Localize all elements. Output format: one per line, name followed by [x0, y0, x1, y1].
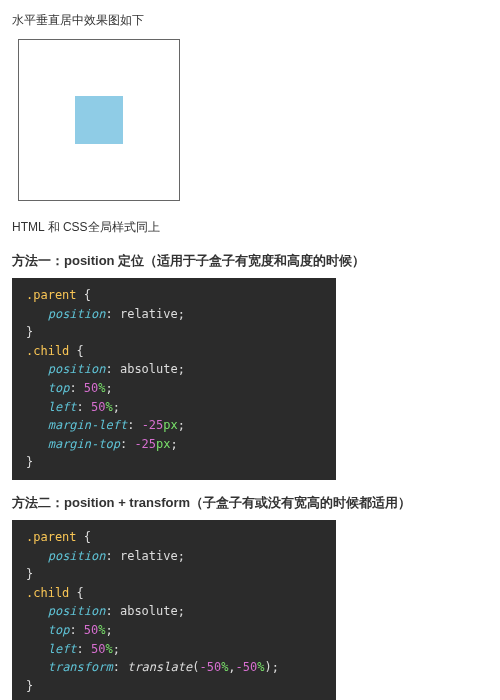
- css-prop: left: [48, 400, 77, 414]
- selector: .parent: [26, 288, 77, 302]
- colon: :: [105, 307, 119, 321]
- css-prop: position: [48, 307, 106, 321]
- css-num: 50: [84, 381, 98, 395]
- css-prop: position: [48, 362, 106, 376]
- css-prop: position: [48, 604, 106, 618]
- code-block: .parent { position: relative; } .child {…: [12, 278, 336, 480]
- css-num: -25: [134, 437, 156, 451]
- selector: .child: [26, 344, 69, 358]
- colon: :: [77, 642, 91, 656]
- css-val: relative: [120, 307, 178, 321]
- selector: .parent: [26, 530, 77, 544]
- css-prop: left: [48, 642, 77, 656]
- css-prop: top: [48, 381, 70, 395]
- code-block: .parent { position: relative; } .child {…: [12, 520, 336, 700]
- semi: ;: [178, 604, 185, 618]
- css-val: absolute: [120, 362, 178, 376]
- brace: {: [69, 586, 83, 600]
- css-unit: %: [98, 381, 105, 395]
- colon: :: [69, 381, 83, 395]
- subnote-text: HTML 和 CSS全局样式同上: [12, 219, 488, 236]
- brace: }: [26, 455, 33, 469]
- semi: ;: [272, 660, 279, 674]
- css-prop: transform: [48, 660, 113, 674]
- css-val: relative: [120, 549, 178, 563]
- css-unit: %: [257, 660, 264, 674]
- brace: }: [26, 679, 33, 693]
- semi: ;: [178, 362, 185, 376]
- demo-parent-box: [18, 39, 180, 201]
- css-num: -50: [236, 660, 258, 674]
- brace: }: [26, 325, 33, 339]
- semi: ;: [171, 437, 178, 451]
- colon: :: [113, 660, 127, 674]
- colon: :: [105, 549, 119, 563]
- semi: ;: [178, 549, 185, 563]
- selector: .child: [26, 586, 69, 600]
- css-unit: %: [98, 623, 105, 637]
- css-num: 50: [91, 400, 105, 414]
- css-num: 50: [84, 623, 98, 637]
- css-prop: margin-top: [48, 437, 120, 451]
- css-num: -25: [142, 418, 164, 432]
- semi: ;: [106, 623, 113, 637]
- css-prop: top: [48, 623, 70, 637]
- comma: ,: [228, 660, 235, 674]
- colon: :: [127, 418, 141, 432]
- brace: {: [77, 288, 91, 302]
- brace: {: [77, 530, 91, 544]
- method-title: 方法一：position 定位（适用于子盒子有宽度和高度的时候）: [12, 252, 488, 270]
- colon: :: [105, 362, 119, 376]
- colon: :: [105, 604, 119, 618]
- css-prop: margin-left: [48, 418, 127, 432]
- css-unit: px: [156, 437, 170, 451]
- css-val: absolute: [120, 604, 178, 618]
- semi: ;: [178, 418, 185, 432]
- css-fn: translate: [127, 660, 192, 674]
- brace: {: [69, 344, 83, 358]
- css-unit: %: [106, 642, 113, 656]
- css-unit: %: [106, 400, 113, 414]
- css-num: 50: [91, 642, 105, 656]
- demo-child-box: [75, 96, 123, 144]
- css-num: -50: [199, 660, 221, 674]
- intro-text: 水平垂直居中效果图如下: [12, 12, 488, 29]
- semi: ;: [106, 381, 113, 395]
- method-title: 方法二：position + transform（子盒子有或没有宽高的时候都适用…: [12, 494, 488, 512]
- semi: ;: [113, 642, 120, 656]
- css-prop: position: [48, 549, 106, 563]
- css-unit: px: [163, 418, 177, 432]
- semi: ;: [178, 307, 185, 321]
- brace: }: [26, 567, 33, 581]
- paren: ): [265, 660, 272, 674]
- semi: ;: [113, 400, 120, 414]
- colon: :: [77, 400, 91, 414]
- colon: :: [120, 437, 134, 451]
- colon: :: [69, 623, 83, 637]
